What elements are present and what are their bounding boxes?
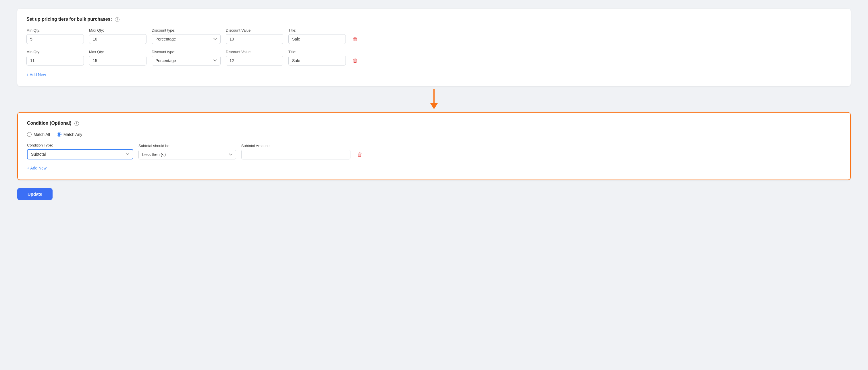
condition-row: Condition Type: Subtotal Quantity Weight… [27, 143, 841, 159]
tier1-min-qty-group: Min Qty: [26, 28, 84, 44]
pricing-title-text: Set up pricing tiers for bulk purchases: [26, 17, 112, 22]
tier2-min-qty-group: Min Qty: [26, 50, 84, 65]
tier2-title-group: Title: [288, 50, 346, 65]
match-any-label[interactable]: Match Any [57, 132, 82, 137]
tier1-title-input[interactable] [288, 34, 346, 44]
tier2-max-qty-label: Max Qty: [89, 50, 147, 54]
tier1-delete-button[interactable]: 🗑 [351, 35, 360, 43]
pricing-add-new-label: + Add New [26, 72, 46, 77]
footer-actions: Update [17, 180, 851, 200]
pricing-info-icon: ℹ [115, 17, 120, 22]
condition-card: Condition (Optional) ℹ Match All Match A… [17, 112, 851, 180]
tier1-max-qty-input[interactable] [89, 34, 147, 44]
tier1-min-qty-label: Min Qty: [26, 28, 84, 32]
subtotal-should-be-label: Subtotal should be: [138, 144, 236, 148]
tier1-discount-value-group: Discount Value: [226, 28, 283, 44]
tier1-discount-value-input[interactable] [226, 34, 283, 44]
match-all-text: Match All [34, 132, 50, 137]
tier1-discount-value-label: Discount Value: [226, 28, 283, 32]
tier2-discount-type-label: Discount type: [152, 50, 221, 54]
tier1-max-qty-label: Max Qty: [89, 28, 147, 32]
subtotal-should-be-select[interactable]: Less then (<) Greater then (>) Equal to … [138, 150, 236, 159]
subtotal-amount-input[interactable] [241, 150, 350, 159]
pricing-tiers-card: Set up pricing tiers for bulk purchases:… [17, 9, 851, 86]
tier1-discount-type-group: Discount type: Percentage Fixed Amount [152, 28, 221, 44]
subtotal-amount-group: Subtotal Amount: [241, 144, 350, 159]
match-radio-group: Match All Match Any [27, 132, 841, 137]
subtotal-should-be-group: Subtotal should be: Less then (<) Greate… [138, 144, 236, 159]
tier2-max-qty-input[interactable] [89, 56, 147, 65]
tier1-discount-type-select[interactable]: Percentage Fixed Amount [152, 34, 221, 44]
svg-marker-1 [430, 103, 438, 109]
update-label: Update [28, 192, 42, 196]
tier1-max-qty-group: Max Qty: [89, 28, 147, 44]
condition-info-icon: ℹ [74, 121, 79, 126]
condition-add-new-label: + Add New [27, 166, 46, 171]
down-arrow-icon [429, 89, 439, 109]
tier1-title-label: Title: [288, 28, 346, 32]
subtotal-amount-label: Subtotal Amount: [241, 144, 350, 148]
match-any-text: Match Any [63, 132, 82, 137]
update-button[interactable]: Update [17, 188, 53, 200]
pricing-add-new-button[interactable]: + Add New [26, 71, 46, 78]
match-all-label[interactable]: Match All [27, 132, 50, 137]
pricing-section-title: Set up pricing tiers for bulk purchases:… [26, 17, 842, 22]
tier2-min-qty-input[interactable] [26, 56, 84, 65]
arrow-connector [17, 86, 851, 112]
match-any-radio[interactable] [57, 132, 61, 137]
condition-add-new-button[interactable]: + Add New [27, 164, 46, 172]
tier2-discount-value-label: Discount Value: [226, 50, 283, 54]
tier2-discount-value-input[interactable] [226, 56, 283, 65]
tier2-title-label: Title: [288, 50, 346, 54]
condition-delete-button[interactable]: 🗑 [355, 150, 364, 159]
tier2-discount-type-group: Discount type: Percentage Fixed Amount [152, 50, 221, 65]
tier2-discount-value-group: Discount Value: [226, 50, 283, 65]
tier2-max-qty-group: Max Qty: [89, 50, 147, 65]
tier2-discount-type-select[interactable]: Percentage Fixed Amount [152, 56, 221, 65]
condition-section-title: Condition (Optional) ℹ [27, 121, 841, 126]
tier1-min-qty-input[interactable] [26, 34, 84, 44]
tier1-title-group: Title: [288, 28, 346, 44]
condition-type-select[interactable]: Subtotal Quantity Weight [27, 149, 133, 159]
match-all-radio[interactable] [27, 132, 32, 137]
tier2-min-qty-label: Min Qty: [26, 50, 84, 54]
tier2-title-input[interactable] [288, 56, 346, 65]
tier-row-2: Min Qty: Max Qty: Discount type: Percent… [26, 50, 842, 65]
condition-type-group: Condition Type: Subtotal Quantity Weight [27, 143, 133, 159]
tier2-delete-button[interactable]: 🗑 [351, 56, 360, 65]
condition-type-label: Condition Type: [27, 143, 133, 147]
tier-row-1: Min Qty: Max Qty: Discount type: Percent… [26, 28, 842, 44]
condition-title-text: Condition (Optional) [27, 121, 71, 126]
tier1-discount-type-label: Discount type: [152, 28, 221, 32]
